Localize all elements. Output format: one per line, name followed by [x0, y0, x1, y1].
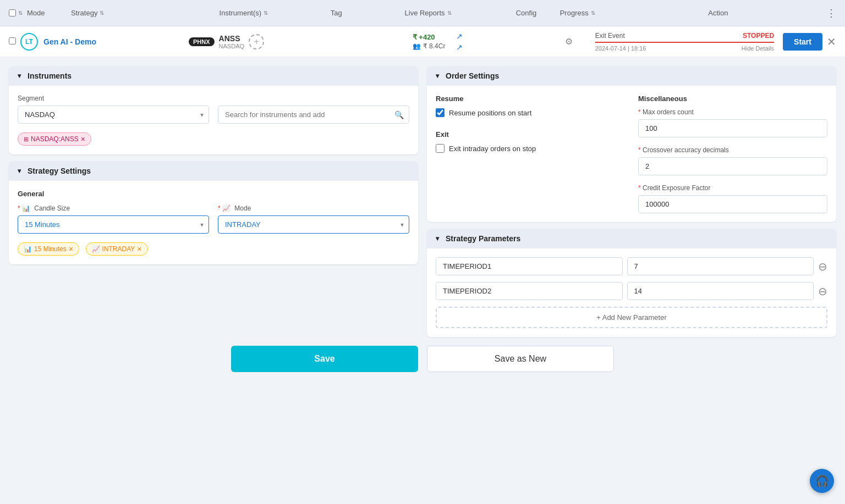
exit-event-time: 2024-07-14 | 18:16	[595, 45, 646, 52]
live-sort-icon[interactable]: ⇅	[447, 10, 452, 16]
search-input[interactable]	[218, 106, 409, 124]
instruments-chevron-icon[interactable]: ▾	[18, 72, 21, 80]
action-col-label: Action	[708, 9, 728, 17]
avatar: LT	[20, 33, 38, 51]
param-row-1: ⊖	[436, 257, 827, 275]
crossover-input[interactable]	[638, 157, 827, 175]
hide-details-link[interactable]: Hide Details	[742, 45, 774, 52]
instrument-tag-anss: ⊞ NASDAQ:ANSS ×	[18, 132, 91, 146]
general-label: General	[18, 190, 409, 198]
sort-arrows: ⇅	[18, 10, 23, 16]
exit-checkbox-row: Exit intraday orders on stop	[436, 144, 625, 153]
segment-label: Segment	[18, 95, 209, 102]
strategy-settings-header: ▾ Strategy Settings	[9, 161, 418, 181]
resume-section: Resume Resume positions on start	[436, 95, 625, 117]
max-orders-input[interactable]	[638, 119, 827, 137]
segment-select[interactable]: NASDAQ NYSE BSE NSE	[18, 106, 209, 124]
toolbar-checkbox[interactable]: ⇅	[9, 9, 23, 16]
param-value-2[interactable]	[627, 282, 814, 300]
order-settings-grid: Resume Resume positions on start Exit Ex…	[436, 95, 827, 213]
credit-field: Credit Exposure Factor	[638, 184, 827, 213]
strategy-parameters-chevron-icon[interactable]: ▾	[436, 235, 439, 242]
remove-param-1-button[interactable]: ⊖	[818, 260, 827, 273]
required-star-candle: *	[18, 204, 22, 212]
progress-block: Exit Event STOPPED 2024-07-14 | 18:16 Hi…	[591, 32, 778, 52]
toolbar: ⇅ Mode Strategy ⇅ Instrument(s) ⇅ Tag Li…	[0, 0, 845, 26]
instruments-header: ▾ Instruments	[9, 66, 418, 86]
remove-mode-tag-button[interactable]: ×	[137, 245, 141, 253]
toolbar-tag-col: Tag	[331, 9, 405, 17]
strategy-parameters-title: Strategy Parameters	[446, 234, 520, 243]
strategy-settings-body: General * 📊 Candle Size 15 Minutes 5 Min…	[9, 181, 418, 264]
mode-field: * 📈 Mode INTRADAY POSITIONAL	[218, 204, 409, 234]
save-button[interactable]: Save	[231, 346, 418, 372]
exit-heading: Exit	[436, 130, 625, 139]
strategy-settings-chevron-icon[interactable]: ▾	[18, 167, 21, 175]
pnl-sub: 👥 ₹ 8.4Cr	[413, 42, 446, 50]
remove-candle-tag-button[interactable]: ×	[69, 245, 73, 253]
instruments-sort-icon[interactable]: ⇅	[264, 10, 268, 16]
instruments-col-label: Instrument(s)	[220, 9, 262, 17]
tag-grid-icon: ⊞	[24, 136, 29, 143]
instrument-exchange: NASDAQ	[219, 43, 244, 49]
row-checkbox-wrapper[interactable]	[9, 37, 16, 46]
save-as-new-button[interactable]: Save as New	[427, 346, 614, 372]
order-settings-header: ▾ Order Settings	[427, 66, 836, 86]
order-settings-section: ▾ Order Settings Resume Resume positions…	[427, 66, 836, 222]
close-button[interactable]: ✕	[827, 35, 836, 48]
required-star-mode: *	[218, 204, 222, 212]
progress-sort-icon[interactable]: ⇅	[591, 10, 595, 16]
exit-event-label: Exit Event	[595, 32, 625, 40]
instruments-title: Instruments	[28, 71, 72, 80]
toolbar-progress-col: Progress ⇅	[560, 9, 709, 17]
param-name-2[interactable]	[436, 282, 623, 300]
candle-icon: 📊	[22, 204, 30, 212]
strategy-name-block: Gen AI - Demo	[43, 37, 178, 46]
tag-text: NASDAQ:ANSS	[31, 135, 79, 143]
resume-heading: Resume	[436, 95, 625, 103]
exit-event-bar	[595, 42, 774, 43]
mode-tag: 📈 INTRADAY ×	[86, 242, 148, 256]
add-parameter-button[interactable]: + Add New Parameter	[436, 307, 827, 328]
live-reports-block: ₹ +420 👥 ₹ 8.4Cr ↗ ↗	[413, 32, 547, 52]
candle-tag: 📊 15 Minutes ×	[18, 242, 79, 256]
start-button[interactable]: Start	[783, 33, 822, 51]
exit-checkbox[interactable]	[436, 144, 445, 153]
strategy-col-label: Strategy	[71, 9, 97, 17]
toolbar-more-icon[interactable]: ⋮	[826, 7, 836, 19]
candle-size-label: * 📊 Candle Size	[18, 204, 209, 212]
instrument-tags: ⊞ NASDAQ:ANSS ×	[18, 128, 409, 146]
credit-input[interactable]	[638, 195, 827, 213]
strategy-sort-icon[interactable]: ⇅	[100, 10, 104, 16]
candle-size-select[interactable]: 15 Minutes 5 Minutes 1 Hour 1 Day	[18, 215, 209, 234]
right-panel: ▾ Order Settings Resume Resume positions…	[427, 66, 836, 337]
order-settings-title: Order Settings	[446, 71, 499, 80]
mode-select[interactable]: INTRADAY POSITIONAL	[218, 215, 409, 234]
exit-section: Exit Exit intraday orders on stop	[436, 130, 625, 153]
candle-tag-icon: 📊	[24, 245, 32, 253]
strategy-settings-section: ▾ Strategy Settings General * 📊 Candle S…	[9, 161, 418, 264]
external-link-icon-2[interactable]: ↗	[456, 43, 463, 52]
mode-label: * 📈 Mode	[218, 204, 409, 212]
strategy-name[interactable]: Gen AI - Demo	[43, 37, 178, 46]
remove-param-2-button[interactable]: ⊖	[818, 285, 827, 298]
toolbar-instruments-col: Instrument(s) ⇅	[220, 9, 331, 17]
toolbar-config-col: Config	[516, 9, 560, 17]
param-name-1[interactable]	[436, 257, 623, 275]
pnl-block: ₹ +420 👥 ₹ 8.4Cr	[413, 33, 446, 50]
footer-actions: Save Save as New	[0, 346, 845, 381]
resume-checkbox[interactable]	[436, 108, 445, 117]
param-value-1[interactable]	[627, 257, 814, 275]
mode-col-label: Mode	[27, 9, 45, 17]
strategy-settings-fields: * 📊 Candle Size 15 Minutes 5 Minutes 1 H…	[18, 204, 409, 234]
external-link-icon-1[interactable]: ↗	[456, 32, 463, 41]
add-instrument-button[interactable]: +	[249, 34, 264, 49]
select-all-checkbox[interactable]	[9, 9, 16, 16]
crossover-label: Crossover accuracy decimals	[638, 146, 827, 154]
order-settings-chevron-icon[interactable]: ▾	[436, 72, 439, 80]
gear-icon[interactable]: ⚙	[565, 36, 573, 47]
people-icon: 👥	[413, 42, 421, 50]
instrument-badge: PHNX	[189, 37, 215, 46]
row-checkbox[interactable]	[9, 37, 16, 45]
remove-tag-button[interactable]: ×	[81, 135, 85, 143]
